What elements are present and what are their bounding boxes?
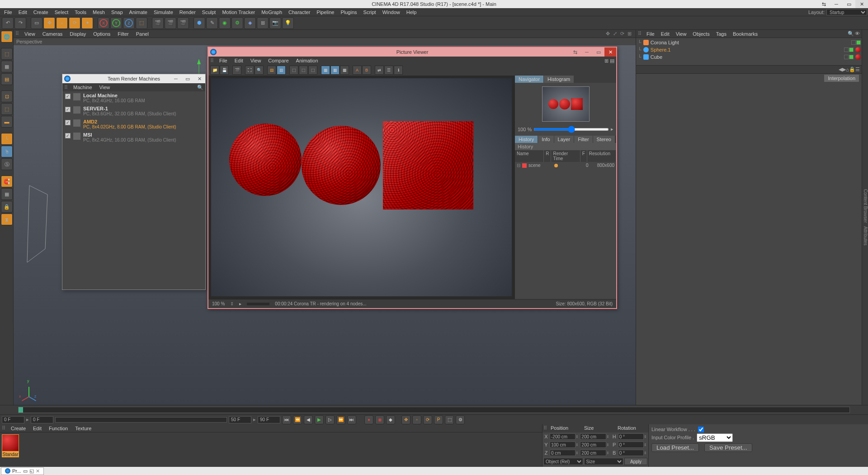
zoom-menu-icon[interactable]: ▸ (611, 126, 613, 132)
material-tag-icon[interactable] (855, 54, 861, 60)
render-view-button[interactable]: 🎬 (152, 17, 164, 29)
menu-script[interactable]: Script (360, 9, 379, 16)
menu-character[interactable]: Character (285, 9, 313, 16)
layer-tab[interactable]: Layer (554, 136, 575, 143)
poly-mode-button[interactable]: ▬ (1, 116, 13, 128)
model-mode-button[interactable]: ⬚ (1, 48, 13, 60)
menu-sculpt[interactable]: Sculpt (199, 9, 219, 16)
pv-layer-button[interactable]: ☰ (384, 66, 393, 75)
pv-info-button[interactable]: ℹ (394, 66, 403, 75)
nurbs-button[interactable]: ◉ (219, 17, 231, 29)
pv-save-button[interactable]: 💾 (220, 66, 229, 75)
pos-z-field[interactable] (550, 450, 576, 456)
menu-mesh[interactable]: Mesh (90, 9, 108, 16)
keyframe-sel-button[interactable]: ◆ (386, 415, 395, 424)
pv-hist-button[interactable]: ▥ (277, 66, 286, 75)
machine-checkbox[interactable]: ✓ (65, 94, 71, 99)
deformer-button[interactable]: ◈ (244, 17, 256, 29)
pv-open-button[interactable]: 📁 (210, 66, 219, 75)
cube-primitive-button[interactable]: ⬢ (193, 17, 205, 29)
render-settings-button[interactable]: 🎬 (177, 17, 189, 29)
load-preset-button[interactable]: Load Preset... (651, 443, 699, 452)
menu-window[interactable]: Window (379, 9, 403, 16)
attr-home-icon[interactable]: ⌂ (846, 67, 849, 72)
maximize-icon[interactable]: ▭ (182, 74, 193, 83)
minimize-icon[interactable]: ─ (581, 48, 593, 57)
filter-tab[interactable]: Filter (574, 136, 593, 143)
pos-y-field[interactable] (550, 442, 576, 448)
prev-frame-button[interactable]: ◀ (304, 415, 313, 424)
vp-menu-filter[interactable]: Filter (114, 30, 132, 38)
aux-icon[interactable]: ⇆ (817, 0, 830, 8)
timeline[interactable] (0, 405, 868, 414)
pos-x-field[interactable] (550, 433, 576, 440)
mat-menu-create[interactable]: Create (7, 425, 29, 432)
navigator-thumbnail[interactable] (542, 86, 590, 122)
right-edge-tabs[interactable]: Content Browser Attributes (862, 30, 868, 405)
rot-b-field[interactable] (618, 450, 644, 456)
vp-rotate-icon[interactable]: ⟳ (620, 31, 627, 37)
menu-plugins[interactable]: Plugins (337, 9, 360, 16)
frame-current-field[interactable] (31, 416, 53, 423)
zoom-slider[interactable] (533, 128, 609, 131)
vp-menu-options[interactable]: Options (90, 30, 114, 38)
attr-lock-icon[interactable]: 🔒 (849, 66, 855, 72)
obj-menu-view[interactable]: View (673, 30, 690, 38)
status-slider[interactable] (247, 303, 269, 305)
coord-system-button[interactable]: ⬚ (136, 17, 147, 29)
tr-menu-machine[interactable]: Machine (70, 84, 96, 91)
stereo-tab[interactable]: Stereo (593, 136, 615, 143)
tab-max-icon[interactable]: ◱ (29, 468, 34, 474)
pv-filter3-button[interactable]: ▦ (340, 66, 349, 75)
nav-tab[interactable]: Navigator (515, 76, 544, 83)
frame-end1-field[interactable] (229, 416, 251, 423)
history-tab[interactable]: History (515, 136, 538, 143)
search-icon[interactable]: 🔍 (848, 31, 854, 37)
menu-mograph[interactable]: MoGraph (258, 9, 285, 16)
vp-zoom-icon[interactable]: ⤢ (613, 31, 619, 37)
machine-checkbox[interactable]: ✓ (65, 120, 71, 125)
grip-icon[interactable]: ⠿ (2, 425, 7, 431)
pv-fullscreen-button[interactable]: ⛶ (245, 66, 254, 75)
mat-menu-function[interactable]: Function (45, 425, 71, 432)
team-render-window[interactable]: Team Render Machines ─ ▭ ✕ ⠿ Machine Vie… (62, 74, 206, 290)
render-pv-button[interactable]: 🎬 (165, 17, 176, 29)
vp-menu-cameras[interactable]: Cameras (39, 30, 66, 38)
x-axis-toggle[interactable]: X (98, 17, 109, 29)
histogram-tab[interactable]: Histogram (544, 76, 574, 83)
tab-restore-icon[interactable]: ▭ (23, 468, 28, 474)
picture-viewer-window[interactable]: Picture Viewer ⇆ ─ ▭ ✕ ⠿ File Edit View … (208, 47, 617, 309)
symmetry-button[interactable]: ⧗ (1, 214, 13, 225)
machine-row[interactable]: ✓ MSIPC, 8x2.4GHz, 16.00 GB RAM, (Studio… (62, 131, 205, 144)
recent-tool[interactable]: ✦ (81, 17, 93, 29)
rotate-tool[interactable]: ⟳ (69, 17, 80, 29)
tr-menu-view[interactable]: View (96, 84, 114, 91)
environment-button[interactable]: ⊞ (257, 17, 269, 29)
timeline-slider[interactable] (55, 417, 227, 423)
texture-mode-button[interactable]: ▦ (1, 61, 13, 72)
rot-h-field[interactable] (618, 433, 644, 440)
redo-button[interactable]: ↷ (14, 17, 26, 29)
pen-tool-button[interactable]: ✎ (206, 17, 218, 29)
soft-select-button[interactable]: 🧲 (1, 176, 13, 187)
menu-tools[interactable]: Tools (71, 9, 90, 16)
aux-icon[interactable]: ⇆ (569, 48, 581, 57)
status-zoom-menu-icon[interactable]: ▸ (239, 301, 241, 306)
next-key-button[interactable]: ⏩ (336, 415, 345, 424)
pv-compare-b-button[interactable]: ⬚ (299, 66, 308, 75)
pv-layout-icon[interactable]: ⊞ (604, 58, 609, 63)
eye-icon[interactable]: 👁 (855, 31, 860, 37)
machine-row[interactable]: ✓ Local MachinePC, 8x2.4GHz, 16.00 GB RA… (62, 91, 205, 104)
key-rot-button[interactable]: ⟳ (423, 415, 432, 424)
render-view[interactable] (208, 76, 514, 299)
obj-menu-objects[interactable]: Objects (689, 30, 712, 38)
goto-end-button[interactable]: ⏭ (347, 415, 356, 424)
lock-button[interactable]: 🔒 (1, 201, 13, 213)
generator-button[interactable]: ⚙ (231, 17, 243, 29)
object-tree[interactable]: └ Corona Light └ Sphere.1 └ Cube (636, 38, 862, 65)
vp-layout-icon[interactable]: ⊞ (627, 31, 634, 37)
pv-compare-a-button[interactable]: ⬚ (289, 66, 298, 75)
team-render-titlebar[interactable]: Team Render Machines ─ ▭ ✕ (62, 74, 205, 83)
goto-start-button[interactable]: ⏮ (282, 415, 291, 424)
pv-set-b-button[interactable]: B (362, 66, 371, 75)
